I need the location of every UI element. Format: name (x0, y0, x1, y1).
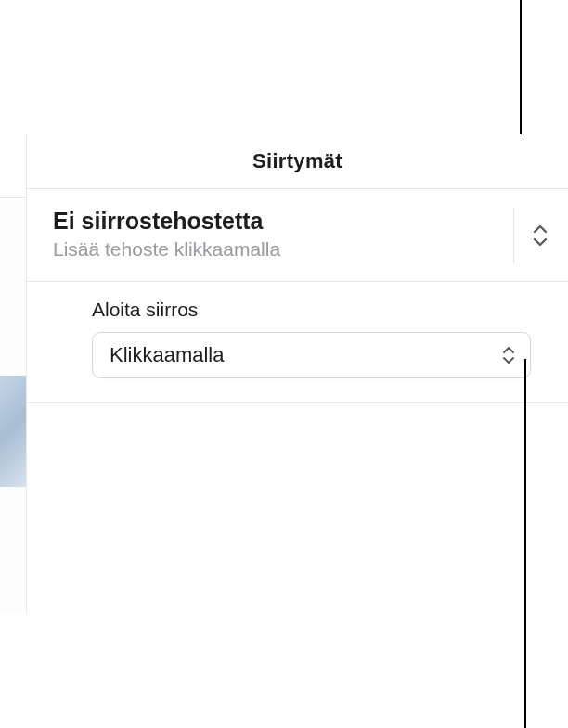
inspector-tab-title: Siirtymät (27, 134, 568, 189)
transition-effect-title: Ei siirrostehostetta (53, 208, 542, 235)
transition-disclosure-button[interactable] (513, 208, 549, 263)
slide-thumbnails-edge (0, 269, 26, 728)
transition-effect-row[interactable]: Ei siirrostehostetta Lisää tehoste klikk… (27, 189, 568, 282)
start-transition-section: Aloita siirros Klikkaamalla (27, 282, 568, 403)
callout-line-top (520, 0, 522, 137)
slide-thumbnail-fragment (0, 376, 26, 487)
transitions-inspector: Siirtymät Ei siirrostehostetta Lisää teh… (26, 134, 568, 613)
start-transition-value: Klikkaamalla (110, 343, 225, 367)
chevron-up-down-icon (502, 347, 515, 364)
inspector-panel: Siirtymät Ei siirrostehostetta Lisää teh… (0, 134, 568, 613)
transition-effect-subtitle: Lisää tehoste klikkaamalla (53, 238, 542, 261)
start-transition-label: Aloita siirros (92, 299, 531, 321)
start-transition-select[interactable]: Klikkaamalla (92, 332, 531, 378)
callout-line-bottom (524, 359, 526, 728)
chevron-up-down-icon (531, 223, 549, 249)
